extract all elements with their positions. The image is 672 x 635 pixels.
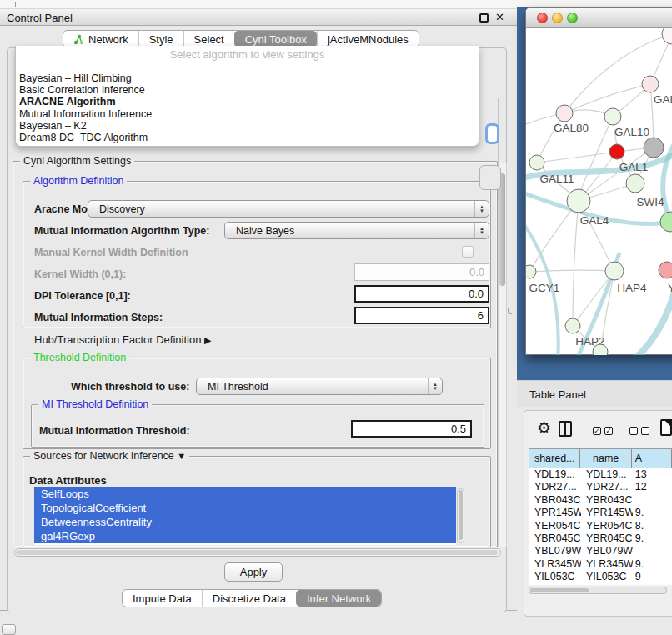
network-node-y[interactable] — [659, 262, 672, 278]
control-panel-titlebar: Control Panel ✕ — [0, 8, 517, 26]
kernel-width-field: 0.0 — [354, 263, 489, 281]
tab-impute-data[interactable]: Impute Data — [123, 590, 202, 607]
tab-jactivemnodules[interactable]: jActiveMNodules — [317, 31, 419, 48]
node-label: GAL4 — [580, 214, 609, 227]
mi-steps-field[interactable]: 6 — [354, 307, 489, 324]
tab-select[interactable]: Select — [183, 31, 234, 48]
network-edge — [529, 270, 614, 272]
select-all-columns-icon[interactable]: ✓✓ — [593, 427, 613, 435]
split-columns-icon[interactable] — [559, 421, 572, 437]
collapsed-arrow-icon[interactable]: ▶ — [204, 335, 211, 345]
table-column-header[interactable]: name — [580, 449, 631, 468]
table-row[interactable]: YLR345WYLR345W9. — [529, 558, 672, 571]
minimize-traffic-light-icon[interactable] — [552, 12, 563, 23]
mi-threshold-field[interactable]: 0.5 — [351, 420, 472, 438]
network-node-gal1[interactable] — [609, 144, 624, 159]
node-label: Y — [668, 282, 672, 294]
network-node-gcy1[interactable] — [526, 265, 536, 278]
network-icon — [73, 34, 84, 45]
bottom-tabbar: Impute DataDiscretize DataInfer Network — [122, 589, 382, 608]
new-table-icon[interactable] — [660, 419, 672, 436]
close-traffic-light-icon[interactable] — [537, 12, 548, 23]
network-node-gal11[interactable] — [529, 155, 544, 170]
aracne-mode-select[interactable]: Discovery ▲▼ — [88, 200, 489, 218]
which-threshold-select[interactable]: MI Threshold ▲▼ — [196, 378, 443, 395]
table-row[interactable]: YER054CYER054C8. — [529, 520, 672, 532]
float-window-icon[interactable] — [479, 13, 489, 22]
table-row[interactable]: YBL079WYBL079W — [529, 545, 672, 558]
network-node[interactable] — [644, 138, 664, 158]
network-node-gal[interactable] — [642, 76, 659, 92]
apply-button[interactable]: Apply — [224, 562, 283, 582]
algorithm-option[interactable]: Basic Correlation Inference — [19, 84, 475, 96]
control-panel-window: Control Panel ✕ NetworkStyleSelectCyni T… — [0, 8, 517, 611]
algorithm-option[interactable]: Bayesian – K2 — [19, 120, 475, 132]
network-node-gal4[interactable] — [567, 189, 590, 212]
mi-threshold-label: Mutual Information Threshold: — [39, 425, 190, 437]
data-attributes-label: Data Attributes — [29, 474, 107, 487]
table-row[interactable]: YPR145WYPR145W9. — [529, 507, 672, 519]
algorithm-definition-title: Algorithm Definition — [30, 175, 127, 187]
top-strip-tick — [15, 2, 16, 7]
node-label: SWI4 — [636, 196, 664, 208]
dpi-tolerance-field[interactable]: 0.0 — [354, 285, 489, 302]
mi-steps-label: Mutual Information Steps: — [34, 312, 163, 323]
node-label: GAL1 — [619, 161, 649, 173]
network-node-gal10[interactable] — [604, 108, 621, 125]
tab-infer-network[interactable]: Infer Network — [296, 590, 381, 607]
expanded-arrow-icon[interactable]: ▼ — [177, 451, 186, 461]
network-node-hap2[interactable] — [565, 318, 580, 333]
tab-style[interactable]: Style — [138, 31, 183, 48]
algorithm-option[interactable]: Dream8 DC_TDC Algorithm — [19, 132, 475, 143]
network-window-titlebar[interactable] — [526, 8, 672, 28]
deselect-all-columns-icon[interactable] — [629, 427, 649, 435]
algorithm-option[interactable]: Mutual Information Inference — [19, 108, 475, 120]
mi-algorithm-type-label: Mutual Information Algorithm Type: — [34, 225, 209, 237]
network-edge — [564, 84, 650, 113]
node-label: GAL80 — [554, 122, 589, 134]
node-attribute-table: shared...nameA YDL19...YDL19...13YDR27..… — [529, 448, 672, 585]
settings-horizontal-scrollbar[interactable] — [14, 548, 501, 557]
mi-algorithm-type-select[interactable]: Naive Bayes ▲▼ — [224, 222, 489, 239]
dpi-tolerance-label: DPI Tolerance [0,1]: — [34, 290, 131, 302]
table-row[interactable]: YBR043CYBR043C — [529, 494, 672, 507]
table-row[interactable]: YDR27...YDR27...12 — [529, 481, 672, 493]
attribute-item[interactable]: TopologicalCoefficient — [34, 501, 456, 515]
network-edge — [573, 201, 579, 326]
node-label: GAL10 — [614, 126, 649, 138]
network-node[interactable] — [662, 28, 672, 44]
settings-vertical-scrollbar[interactable] — [498, 162, 507, 548]
table-panel-title: Table Panel — [529, 388, 586, 401]
combo-arrows-icon: ▲▼ — [474, 201, 489, 217]
panel-resize-handle[interactable] — [508, 308, 512, 314]
hub-definition-toggle[interactable]: Hub/Transcription Factor Definition ▶ — [34, 333, 211, 346]
data-attributes-list[interactable]: SelfLoopsTopologicalCoefficientBetweenne… — [34, 487, 456, 545]
network-canvas[interactable]: GALGAL80GAL10GAL1SWI4GAL11GAL4GCY1HAP4YH… — [526, 28, 672, 355]
manual-kernel-width-label: Manual Kernel Width Definition — [34, 247, 188, 258]
node-label: GCY1 — [529, 282, 560, 294]
attributes-list-scrollbar[interactable] — [457, 488, 464, 543]
network-node-gal80[interactable] — [556, 105, 573, 122]
network-node[interactable] — [593, 344, 608, 355]
bottom-corner-button[interactable] — [2, 624, 16, 635]
table-column-header[interactable]: shared... — [529, 449, 580, 468]
close-icon[interactable]: ✕ — [495, 11, 504, 23]
tab-cyni-toolbox[interactable]: Cyni Toolbox — [234, 31, 317, 48]
table-row[interactable]: YIL053CYIL053C9 — [529, 571, 672, 583]
network-node[interactable] — [660, 212, 672, 232]
table-horizontal-scrollbar[interactable] — [529, 587, 667, 594]
table-row[interactable]: YBR045CYBR045C9. — [529, 532, 672, 545]
tab-discretize-data[interactable]: Discretize Data — [202, 590, 296, 607]
tab-network[interactable]: Network — [63, 31, 138, 48]
algorithm-option[interactable]: ARACNE Algorithm — [19, 96, 475, 108]
algorithm-option[interactable]: Bayesian – Hill Climbing — [19, 72, 475, 84]
network-node-hap4[interactable] — [605, 262, 624, 280]
gear-icon[interactable]: ⚙ — [537, 418, 551, 438]
attribute-item[interactable]: BetweennessCentrality — [34, 515, 456, 529]
attribute-item[interactable]: SelfLoops — [34, 487, 456, 501]
table-column-header[interactable]: A — [632, 449, 672, 468]
zoom-traffic-light-icon[interactable] — [567, 12, 578, 23]
network-node-swi4[interactable] — [626, 174, 644, 192]
attribute-item[interactable]: gal4RGexp — [34, 529, 456, 543]
table-row[interactable]: YDL19...YDL19...13 — [529, 468, 672, 481]
